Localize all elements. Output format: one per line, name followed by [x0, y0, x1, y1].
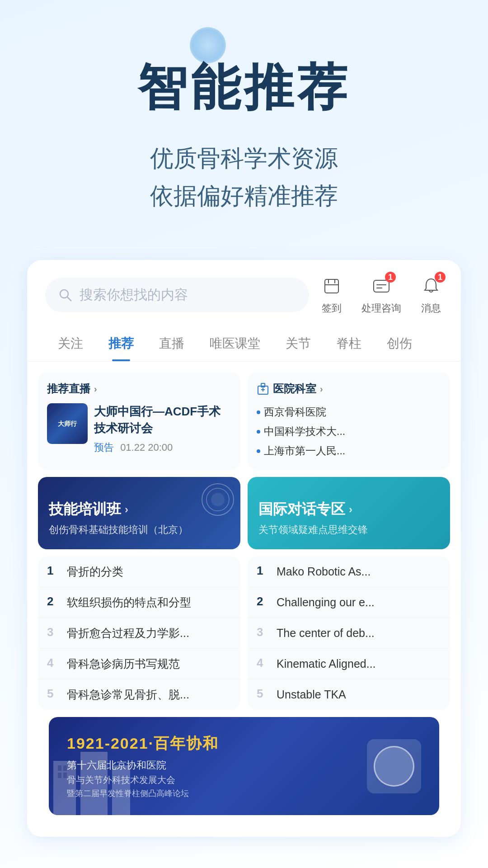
action-icons: 签到 1 处理咨询 — [320, 274, 443, 315]
banner-row: 技能培训班 › 创伤骨科基础技能培训（北京） 国际对话专区 › 关节领域疑难点思… — [38, 477, 450, 549]
action-item-consult[interactable]: 1 处理咨询 — [361, 274, 401, 315]
right-list-item-5[interactable]: 5 Unstable TKA — [248, 679, 450, 710]
message-label: 消息 — [421, 302, 441, 315]
action-item-message[interactable]: 1 消息 — [419, 274, 443, 315]
live-thumbnail: 大师行 — [47, 403, 88, 444]
search-icon — [58, 288, 72, 302]
consult-icon-wrap: 1 — [370, 274, 393, 298]
preview-tag: 预告 — [94, 442, 114, 453]
tab-follow[interactable]: 关注 — [45, 329, 96, 361]
banner-dialog[interactable]: 国际对话专区 › 关节领域疑难点思维交锋 — [248, 477, 450, 549]
left-list-item-1[interactable]: 1 骨折的分类 — [38, 557, 240, 587]
svg-rect-20 — [63, 765, 67, 771]
hero-title: 智能推荐 — [27, 54, 461, 122]
search-placeholder: 搜索你想找的内容 — [80, 286, 188, 304]
content-section: 推荐直播 › 大师行 大师中国行—ACDF手术技术研讨会 预告 01.22 20… — [27, 362, 461, 837]
banner-training-subtitle: 创伤骨科基础技能培训（北京） — [49, 523, 230, 537]
right-list-item-1[interactable]: 1 Mako Robotic As... — [248, 557, 450, 587]
hero-subtitle: 优质骨科学术资源 依据偏好精准推荐 — [27, 140, 461, 215]
hospital-card-arrow: › — [320, 384, 323, 394]
banner-deco-left — [200, 481, 236, 518]
live-item[interactable]: 大师行 大师中国行—ACDF手术技术研讨会 预告 01.22 20:00 — [47, 403, 231, 454]
left-list-panel: 1 骨折的分类 2 软组织损伤的特点和分型 3 骨折愈合过程及力学影... 4 … — [38, 557, 240, 710]
hospital-card-header: 医院科室 › — [257, 382, 441, 396]
right-list-item-4[interactable]: 4 Kinematic Aligned... — [248, 649, 450, 679]
banner-dialog-title: 国际对话专区 › — [258, 500, 439, 519]
live-title: 大师中国行—ACDF手术技术研讨会 — [94, 403, 231, 436]
live-info: 大师中国行—ACDF手术技术研讨会 预告 01.22 20:00 — [94, 403, 231, 454]
right-list-item-3[interactable]: 3 The center of deb... — [248, 618, 450, 649]
svg-rect-17 — [80, 752, 108, 815]
left-list-item-4[interactable]: 4 骨科急诊病历书写规范 — [38, 649, 240, 679]
live-card-header: 推荐直播 › — [47, 382, 231, 396]
right-list-panel: 1 Mako Robotic As... 2 Challenging our e… — [248, 557, 450, 710]
banner-training[interactable]: 技能培训班 › 创伤骨科基础技能培训（北京） — [38, 477, 240, 549]
live-meta: 预告 01.22 20:00 — [94, 441, 231, 454]
left-list-item-5[interactable]: 5 骨科急诊常见骨折、脱... — [38, 679, 240, 710]
message-icon-wrap: 1 — [419, 274, 443, 298]
hospital-item-2[interactable]: 中国科学技术大... — [257, 422, 441, 441]
right-list-item-2[interactable]: 2 Challenging our e... — [248, 587, 450, 618]
svg-rect-6 — [374, 280, 389, 292]
bottom-banner-logo — [367, 739, 421, 793]
hospital-item-3[interactable]: 上海市第一人民... — [257, 441, 441, 461]
svg-line-1 — [67, 297, 71, 301]
top-cards: 推荐直播 › 大师行 大师中国行—ACDF手术技术研讨会 预告 01.22 20… — [38, 373, 450, 470]
svg-rect-19 — [58, 765, 61, 771]
action-item-signin[interactable]: 签到 — [320, 274, 343, 315]
svg-rect-22 — [63, 773, 67, 778]
message-badge: 1 — [435, 272, 446, 283]
nav-tabs: 关注 推荐 直播 唯医课堂 关节 脊柱 创伤 — [27, 324, 461, 362]
search-input-wrap[interactable]: 搜索你想找的内容 — [45, 278, 309, 312]
building-decoration — [49, 743, 139, 815]
signin-icon — [322, 277, 341, 296]
svg-rect-2 — [325, 279, 338, 293]
banner-training-arrow: › — [125, 503, 128, 516]
signin-icon-wrap — [320, 274, 343, 298]
left-list-item-2[interactable]: 2 软组织损伤的特点和分型 — [38, 587, 240, 618]
banner-dialog-subtitle: 关节领域疑难点思维交锋 — [258, 523, 439, 537]
search-bar-row: 搜索你想找的内容 签到 — [27, 260, 461, 324]
bottom-banner-logo-inner — [374, 746, 414, 787]
bottom-banner[interactable]: 1921-2021·百年协和 第十六届北京协和医院 骨与关节外科技术发展大会 暨… — [49, 717, 439, 815]
tab-joint[interactable]: 关节 — [273, 329, 324, 361]
tab-recommend[interactable]: 推荐 — [96, 329, 146, 361]
banner-dialog-arrow: › — [349, 503, 352, 516]
consult-label: 处理咨询 — [361, 302, 401, 315]
live-datetime: 01.22 20:00 — [120, 442, 173, 453]
live-card[interactable]: 推荐直播 › 大师行 大师中国行—ACDF手术技术研讨会 预告 01.22 20… — [38, 373, 240, 470]
tab-trauma[interactable]: 创伤 — [374, 329, 425, 361]
app-card: 搜索你想找的内容 签到 — [27, 260, 461, 837]
tab-spine[interactable]: 脊柱 — [324, 329, 374, 361]
left-list-item-3[interactable]: 3 骨折愈合过程及力学影... — [38, 618, 240, 649]
hospital-item-1[interactable]: 西京骨科医院 — [257, 402, 441, 422]
tab-live[interactable]: 直播 — [146, 329, 197, 361]
signin-label: 签到 — [322, 302, 342, 315]
hospital-card[interactable]: 医院科室 › 西京骨科医院 中国科学技术大... 上海市第一人民... — [248, 373, 450, 470]
hospital-icon — [257, 382, 269, 395]
hero-section: 智能推荐 优质骨科学术资源 依据偏好精准推荐 — [0, 0, 488, 242]
live-thumb-text: 大师行 — [56, 418, 79, 429]
tab-weiyike[interactable]: 唯医课堂 — [197, 329, 273, 361]
list-row: 1 骨折的分类 2 软组织损伤的特点和分型 3 骨折愈合过程及力学影... 4 … — [38, 557, 450, 710]
svg-point-15 — [211, 493, 225, 506]
svg-rect-21 — [58, 773, 61, 778]
consult-badge: 1 — [385, 272, 396, 283]
live-card-arrow: › — [94, 384, 97, 394]
svg-rect-18 — [112, 765, 130, 815]
